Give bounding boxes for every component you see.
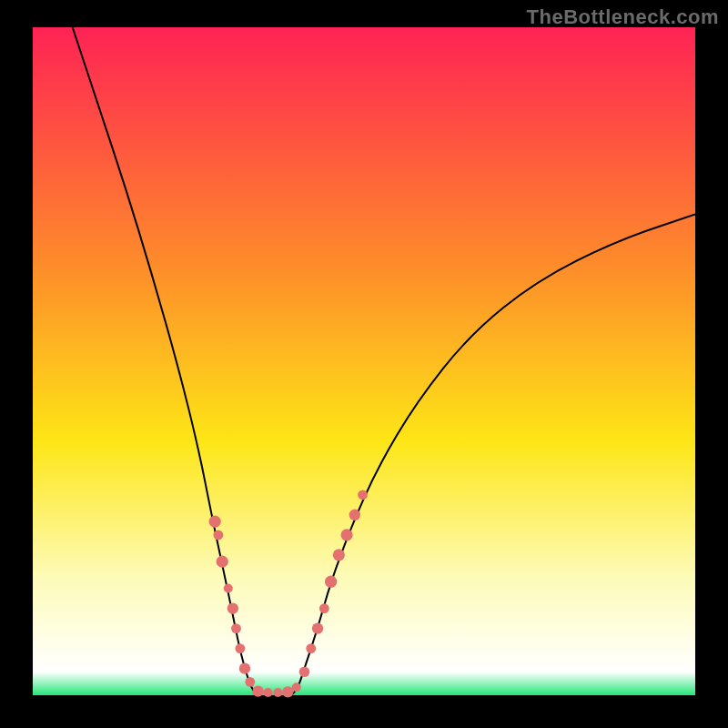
plot-background [33, 27, 695, 695]
marker-point [245, 677, 255, 687]
marker-point [282, 686, 293, 697]
marker-point [292, 682, 301, 692]
marker-point [252, 685, 263, 696]
marker-point [217, 556, 228, 568]
marker-point [213, 530, 223, 540]
marker-point [231, 623, 241, 633]
marker-point [224, 584, 233, 593]
watermark-label: TheBottleneck.com [527, 5, 719, 29]
marker-point [325, 576, 337, 588]
marker-point [299, 667, 310, 678]
marker-point [263, 688, 272, 697]
marker-point [239, 662, 250, 673]
marker-point [358, 490, 368, 500]
marker-point [312, 622, 323, 633]
marker-point [333, 549, 345, 561]
chart-svg [0, 0, 728, 728]
chart-frame: TheBottleneck.com [0, 0, 728, 728]
marker-point [349, 510, 360, 521]
marker-point [306, 643, 316, 653]
marker-point [319, 603, 329, 613]
marker-point [228, 602, 238, 613]
marker-point [273, 688, 282, 697]
marker-point [209, 516, 221, 528]
marker-point [340, 529, 352, 541]
marker-point [235, 643, 245, 653]
